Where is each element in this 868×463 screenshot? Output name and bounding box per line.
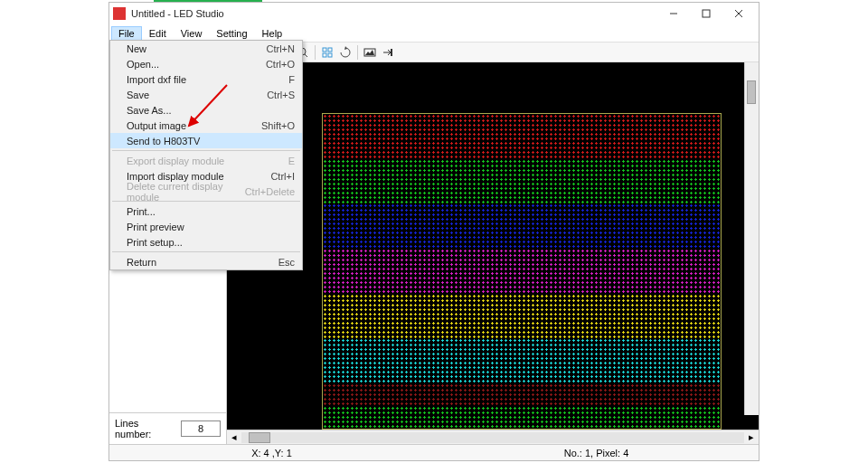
tool-mountain-icon[interactable] [362,44,378,61]
menu-item-shortcut: Shift+O [261,120,295,131]
svg-rect-1 [703,10,710,17]
led-band [323,317,721,339]
svg-rect-25 [328,53,332,57]
led-band [323,338,721,361]
titlebar: Untitled - LED Studio [109,3,759,24]
menu-setting[interactable]: Setting [209,26,254,41]
menu-item-shortcut: E [288,156,295,166]
svg-rect-24 [323,53,326,57]
menu-item-label: Print... [127,206,295,217]
led-band [323,249,721,271]
led-band [323,383,721,406]
menu-item-new[interactable]: NewCtrl+N [110,41,302,56]
hscroll-thumb[interactable] [249,432,270,443]
menu-item-label: Print preview [127,222,295,232]
toolbar-separator [315,45,316,60]
tool-rotate-icon[interactable] [337,44,354,61]
lines-number-label: Lines number: [115,418,175,439]
led-band [323,114,721,137]
menu-edit[interactable]: Edit [142,26,174,41]
led-band [323,361,721,383]
menu-item-output-image[interactable]: Output imageShift+O [110,118,302,133]
led-canvas[interactable] [227,62,759,430]
menu-item-export-display-module: Export display moduleE [110,153,302,168]
status-bar: X: 4 ,Y: 1 No.: 1, Pixel: 4 [109,444,759,460]
app-icon [113,7,126,20]
menu-item-save-as[interactable]: Save As... [110,102,302,118]
menu-item-save[interactable]: SaveCtrl+S [110,87,302,102]
menu-separator [112,150,300,151]
menu-item-shortcut: F [288,74,295,85]
svg-rect-23 [328,48,332,52]
lines-number-input[interactable] [181,420,221,437]
menu-separator [112,251,300,252]
led-display-area [322,113,722,430]
vscroll-thumb[interactable] [747,80,756,104]
menu-item-label: Save As... [127,105,295,116]
menu-item-return[interactable]: ReturnEsc [110,254,302,269]
toolbar-separator [357,45,358,60]
led-band [323,294,721,317]
menu-item-shortcut: Ctrl+I [270,171,295,182]
app-window: Untitled - LED Studio File Edit View Set… [108,2,760,461]
hscroll-track[interactable] [241,432,744,443]
close-button[interactable] [722,5,755,23]
hscroll-left-arrow[interactable]: ◂ [227,431,241,444]
led-band [323,137,721,159]
menu-item-label: Send to H803TV [127,136,295,146]
menu-item-label: Import dxf file [127,74,288,85]
led-band [323,159,721,182]
led-band [323,226,721,249]
svg-rect-27 [391,49,392,56]
menu-item-label: Print setup... [127,237,295,248]
vertical-scrollbar[interactable] [744,62,759,415]
menu-item-shortcut: Ctrl+O [266,59,295,70]
tool-grid-icon[interactable] [319,44,335,61]
menu-item-label: Save [127,90,267,100]
tool-send-icon[interactable] [380,44,396,61]
led-band [323,271,721,294]
menu-item-print[interactable]: Print... [110,203,302,219]
led-band [323,203,721,226]
menu-item-label: Export display module [127,156,288,166]
led-band [323,406,721,429]
minimize-button[interactable] [657,5,690,23]
window-title: Untitled - LED Studio [131,8,657,19]
status-coords: X: 4 ,Y: 1 [109,448,434,458]
hscroll-right-arrow[interactable]: ▸ [744,431,759,444]
menu-item-label: Return [127,257,278,268]
lines-number-box: Lines number: [109,412,226,444]
menu-item-import-dxf-file[interactable]: Import dxf fileF [110,71,302,87]
svg-line-21 [305,54,307,57]
menu-item-open[interactable]: Open...Ctrl+O [110,56,302,71]
menu-item-shortcut: Ctrl+N [267,43,295,54]
menu-item-label: New [127,43,267,54]
led-band [323,182,721,204]
menu-item-send-to-h803tv[interactable]: Send to H803TV [110,133,302,148]
status-pixel: No.: 1, Pixel: 4 [434,448,759,458]
menu-item-shortcut: Ctrl+Delete [245,186,295,197]
menu-help[interactable]: Help [255,26,290,41]
menu-file[interactable]: File [111,26,142,41]
menu-item-print-preview[interactable]: Print preview [110,219,302,234]
canvas-panel: ◂ ▸ [227,62,759,444]
menu-view[interactable]: View [174,26,210,41]
menu-item-shortcut: Esc [278,257,295,268]
menu-item-shortcut: Ctrl+S [267,90,295,100]
menu-item-delete-current-display-module: Delete current display moduleCtrl+Delete [110,184,302,199]
menu-item-label: Output image [127,120,261,131]
menu-item-print-setup[interactable]: Print setup... [110,234,302,250]
horizontal-scrollbar[interactable]: ◂ ▸ [227,430,759,444]
svg-rect-22 [323,48,326,52]
maximize-button[interactable] [690,5,722,23]
file-menu-dropdown: NewCtrl+NOpen...Ctrl+OImport dxf fileFSa… [109,40,303,270]
menu-item-label: Open... [127,59,266,70]
menu-item-label: Delete current display module [127,181,245,203]
